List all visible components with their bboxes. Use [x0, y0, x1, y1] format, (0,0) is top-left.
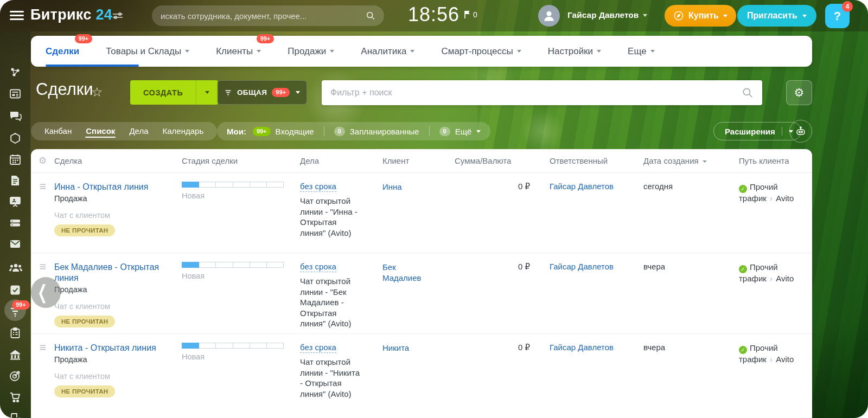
network-icon[interactable] — [9, 66, 22, 79]
tab-sales[interactable]: Продажи — [288, 46, 334, 57]
global-search[interactable] — [152, 5, 384, 26]
filter-search[interactable] — [322, 80, 762, 105]
filter-preset-label: ОБЩАЯ — [237, 88, 267, 97]
create-button[interactable]: СОЗДАТЬ — [130, 80, 218, 105]
collapse-menu-button[interactable]: ❮ — [31, 277, 61, 308]
mail-icon[interactable] — [9, 237, 22, 250]
flag-counter[interactable]: 0 — [464, 10, 477, 19]
global-search-input[interactable] — [161, 11, 366, 21]
filter-preset-button[interactable]: ОБЩАЯ 99+ — [217, 80, 307, 105]
filter-count-badge: 99+ — [272, 88, 290, 97]
tab-clients[interactable]: Клиенты 99+ — [216, 46, 261, 57]
deal-sum: 0 ₽ — [455, 182, 550, 191]
view-calendar[interactable]: Календарь — [156, 122, 211, 140]
tab-deals[interactable]: Сделки 99+ — [46, 46, 79, 57]
messenger-icon[interactable] — [9, 110, 22, 123]
incoming-count: 99+ — [253, 127, 271, 136]
table-header: ⚙ Сделка Стадия сделки Дела Клиент Сумма… — [31, 149, 812, 173]
col-responsible[interactable]: Ответственный — [550, 156, 643, 165]
filter-search-input[interactable] — [330, 88, 742, 98]
market-robot-button[interactable] — [789, 120, 812, 143]
drive-icon[interactable] — [9, 216, 22, 229]
star-icon[interactable]: ☆ — [91, 85, 103, 100]
responsible-link[interactable]: Гайсар Давлетов — [550, 343, 614, 352]
counter-incoming[interactable]: 99+ Входящие — [253, 127, 314, 136]
shop-icon[interactable] — [9, 390, 22, 403]
counter-more[interactable]: 0 Ещё — [439, 127, 481, 136]
tab-label: Еще — [628, 46, 647, 57]
path-target: Avito — [776, 355, 794, 364]
col-stage[interactable]: Стадия сделки — [182, 156, 300, 165]
sliders-icon[interactable] — [112, 11, 123, 20]
col-activities[interactable]: Дела — [300, 156, 382, 165]
client-link[interactable]: Бек Мадалиев — [382, 262, 426, 284]
activity-due-link[interactable]: без срока — [300, 182, 336, 192]
table-row[interactable]: ≡ Никита - Открытая линия Продажа Чат с … — [31, 334, 812, 418]
view-list[interactable]: Список — [79, 122, 122, 140]
clock[interactable]: 18:56 — [408, 3, 459, 26]
create-label[interactable]: СОЗДАТЬ — [130, 80, 196, 105]
chevron-down-icon — [597, 50, 601, 53]
responsible-link[interactable]: Гайсар Давлетов — [550, 262, 614, 271]
view-settings-button[interactable]: ⚙ — [786, 80, 812, 105]
deal-sum: 0 ₽ — [455, 262, 550, 272]
tab-analytics[interactable]: Аналитика — [361, 46, 414, 57]
deal-link[interactable]: Бек Мадалиев - Открытая линия — [54, 262, 168, 284]
tab-products[interactable]: Товары и Склады — [106, 46, 189, 57]
news-feed-icon[interactable] — [9, 87, 22, 100]
deal-link[interactable]: Инна - Открытая линия — [54, 182, 148, 192]
user-avatar[interactable] — [538, 5, 560, 27]
calendar-icon[interactable] — [9, 153, 22, 166]
view-kanban[interactable]: Канбан — [37, 122, 79, 140]
table-row[interactable]: ≡ Инна - Открытая линия Продажа Чат с кл… — [31, 173, 812, 253]
deal-link[interactable]: Никита - Открытая линия — [54, 343, 156, 353]
stage-name: Новая — [182, 191, 300, 200]
col-created[interactable]: Дата создания — [643, 156, 739, 165]
user-menu[interactable]: Гайсар Давлетов — [567, 10, 647, 20]
video-calls-icon[interactable] — [9, 132, 22, 145]
company-icon[interactable] — [9, 348, 22, 361]
col-path[interactable]: Путь клиента — [739, 156, 812, 165]
tasks-icon[interactable] — [9, 284, 22, 297]
stage-progress[interactable] — [182, 262, 284, 268]
buy-button[interactable]: Купить — [665, 5, 736, 27]
col-client[interactable]: Клиент — [382, 156, 455, 165]
drag-handle-icon[interactable]: ≡ — [40, 343, 46, 418]
tab-more[interactable]: Еще — [628, 46, 655, 57]
stage-name: Новая — [182, 352, 300, 361]
boards-icon[interactable] — [9, 195, 22, 208]
employees-icon[interactable] — [9, 261, 23, 274]
tab-settings[interactable]: Настройки — [548, 46, 601, 57]
logo-24: 24 — [95, 7, 112, 23]
deal-sum: 0 ₽ — [455, 343, 550, 352]
table-row[interactable]: ≡ Бек Мадалиев - Открытая линия Продажа … — [31, 253, 812, 334]
menu-icon[interactable] — [10, 11, 24, 21]
grid-settings-icon[interactable]: ⚙ — [39, 155, 47, 166]
create-dropdown[interactable] — [196, 80, 218, 105]
activity-due-link[interactable]: без срока — [300, 262, 336, 272]
responsible-link[interactable]: Гайсар Давлетов — [550, 182, 614, 191]
marketing-icon[interactable] — [9, 369, 22, 382]
col-deal[interactable]: Сделка — [54, 156, 182, 165]
col-sum[interactable]: Сумма/Валюта — [455, 156, 550, 165]
activity-due-link[interactable]: без срока — [300, 343, 336, 353]
tab-smart-processes[interactable]: Смарт-процессы — [441, 46, 521, 57]
help-button[interactable]: ? 4 — [825, 4, 850, 28]
created-date: вчера — [643, 343, 665, 352]
logo[interactable]: Битрикс 24 — [30, 7, 112, 23]
extensions-button[interactable]: Расширения — [713, 122, 801, 140]
client-link[interactable]: Никита — [382, 343, 409, 353]
view-activities[interactable]: Дела — [122, 122, 155, 140]
invite-button[interactable]: Пригласить — [737, 5, 816, 27]
planner-icon[interactable] — [9, 326, 22, 339]
view-switcher: Канбан Список Дела Календарь — [31, 122, 217, 140]
drag-handle-icon[interactable]: ≡ — [40, 182, 46, 253]
logo-text: Битрикс — [30, 7, 92, 23]
stage-progress[interactable] — [182, 182, 284, 188]
counter-planned[interactable]: 0 Запланированные — [334, 127, 419, 136]
e-sign-icon[interactable] — [9, 411, 22, 418]
documents-icon[interactable] — [9, 174, 22, 187]
client-link[interactable]: Инна — [382, 182, 402, 192]
stage-progress[interactable] — [182, 343, 284, 349]
unread-badge: НЕ ПРОЧИТАН — [54, 385, 115, 397]
